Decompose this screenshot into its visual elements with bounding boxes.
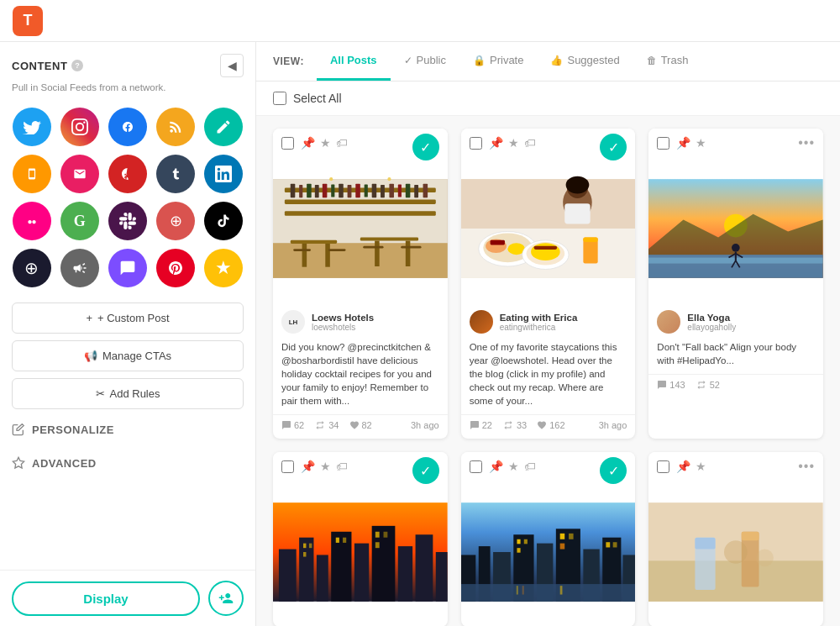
pin-icon-4[interactable]: 📌 [301,460,315,473]
sidebar: CONTENT ? ◀ Pull in Social Feeds from a … [0,42,256,626]
svg-rect-81 [375,532,380,538]
network-megaphone[interactable] [60,249,99,287]
star-icon-2[interactable]: ★ [508,136,519,150]
post-6-checkbox[interactable] [657,460,669,473]
post-3-text: Don't "Fall back" Align your body with #… [648,337,823,374]
star-icon-6[interactable]: ★ [696,460,706,473]
post-3-stats: 143 52 [648,374,823,398]
network-edit[interactable] [204,108,243,146]
network-flickr[interactable]: ●● [13,202,51,240]
network-chat[interactable] [108,249,147,287]
svg-rect-67 [279,550,297,602]
pin-icon-6[interactable]: 📌 [676,460,690,473]
star-icon-4[interactable]: ★ [320,460,331,473]
post-1-author: LH Loews Hotels loewshotels [273,303,448,337]
pin-icon-1[interactable]: 📌 [301,136,315,150]
svg-rect-32 [328,249,346,251]
svg-rect-94 [461,585,636,602]
network-mobile[interactable] [13,155,51,193]
network-tiktok[interactable] [204,202,243,240]
more-btn-6[interactable]: ••• [798,459,815,474]
pin-icon-2[interactable]: 📌 [489,136,503,150]
network-twitter[interactable] [13,108,51,146]
svg-rect-95 [516,587,517,595]
tab-private[interactable]: 🔒 Private [459,42,537,81]
svg-rect-79 [336,538,339,543]
display-button[interactable]: Display [12,581,200,616]
tag-icon-4[interactable]: 🏷 [336,460,348,473]
svg-rect-22 [414,185,418,197]
svg-rect-77 [309,544,312,549]
svg-rect-8 [299,185,302,197]
advanced-section[interactable]: ADVANCED [0,446,255,480]
info-icon[interactable]: ? [71,60,83,71]
post-3-retweets: 52 [696,380,720,390]
post-3-avatar [657,310,680,334]
network-google[interactable]: G [60,202,99,240]
post-1-checkbox[interactable] [281,137,294,150]
post-3-checkbox[interactable] [657,137,669,150]
network-facebook[interactable] [108,108,147,146]
svg-rect-78 [303,552,306,557]
network-star[interactable]: ★ [204,249,243,287]
post-1-text: Did you know? @precinctkitchen & @boshar… [273,337,448,414]
post-3-author: Ella Yoga ellayogaholly [648,303,823,337]
tag-icon-5[interactable]: 🏷 [524,460,536,473]
network-email[interactable] [60,155,99,193]
svg-rect-23 [423,184,428,198]
network-custom1[interactable]: ⊕ [13,249,51,287]
network-rss[interactable] [156,108,195,146]
add-user-button[interactable] [208,581,244,616]
advanced-label: ADVANCED [32,457,97,470]
network-tumblr[interactable] [156,155,195,193]
post-card-4: 📌 ★ 🏷 ••• ✓ [273,452,448,626]
network-pinterest[interactable] [156,249,195,287]
tab-suggested[interactable]: 👍 Suggested [537,42,633,81]
custom-post-button[interactable]: + + Custom Post [12,302,244,334]
star-icon-1[interactable]: ★ [320,136,331,150]
svg-rect-28 [360,237,418,240]
select-all-checkbox[interactable] [273,92,286,105]
svg-rect-15 [355,184,360,198]
network-yelp[interactable] [108,155,147,193]
svg-rect-99 [523,539,527,544]
add-rules-button[interactable]: ✂ Add Rules [12,378,244,409]
posts-container: 📌 ★ 🏷 ••• ✓ [256,116,840,626]
post-2-avatar [470,310,493,334]
svg-rect-9 [307,184,312,198]
post-2-comments: 22 [470,420,492,430]
post-image-6 [648,481,823,623]
post-image-3 [648,157,823,300]
network-instagram[interactable] [60,108,99,146]
more-btn-3[interactable]: ••• [798,135,815,150]
network-slack[interactable] [108,202,147,240]
network-linkedin[interactable] [204,155,243,193]
post-4-checkbox[interactable] [281,460,294,473]
star-icon-5[interactable]: ★ [508,460,519,473]
tab-trash[interactable]: 🗑 Trash [633,42,702,81]
app-logo[interactable]: T [13,6,43,36]
post-2-checkbox[interactable] [470,137,482,150]
svg-rect-25 [291,240,337,244]
personalize-section[interactable]: PERSONALIZE [0,413,255,446]
pin-icon-5[interactable]: 📌 [489,460,503,473]
svg-rect-43 [564,203,590,224]
svg-point-113 [756,550,774,567]
svg-rect-24 [273,243,448,278]
post-1-name: Loews Hotels [312,313,374,323]
collapse-button[interactable]: ◀ [220,54,244,77]
select-all-label[interactable]: Select All [293,92,342,105]
post-5-checkbox[interactable] [470,460,482,473]
post-card-5: 📌 ★ 🏷 ••• ✓ [461,452,636,626]
tab-all-posts[interactable]: All Posts [317,42,391,81]
manage-ctas-button[interactable]: 📢 Manage CTAs [12,340,244,371]
pin-icon-3[interactable]: 📌 [676,136,690,150]
svg-rect-5 [285,199,436,204]
star-icon-3[interactable]: ★ [696,136,706,150]
tag-icon-2[interactable]: 🏷 [524,136,536,150]
network-hootsuite[interactable]: ⊕ [156,202,195,240]
tab-public[interactable]: ✓ Public [391,42,459,81]
post-card-1: 📌 ★ 🏷 ••• ✓ [273,129,448,439]
tag-icon-1[interactable]: 🏷 [336,136,348,150]
svg-rect-83 [375,543,380,549]
